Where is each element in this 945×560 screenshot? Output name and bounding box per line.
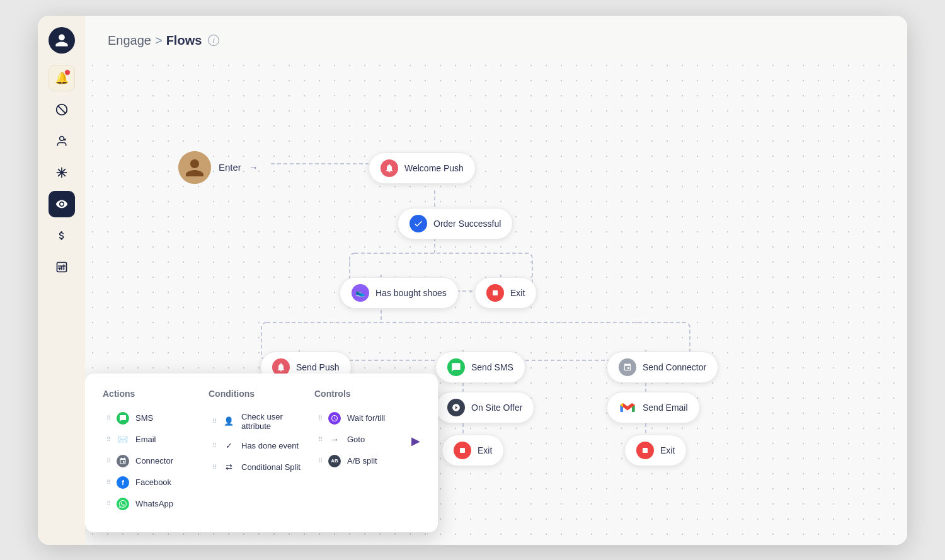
send-email-icon <box>619 399 636 416</box>
email-icon: ✉️ <box>117 433 129 446</box>
exit2-label: Exit <box>478 445 492 455</box>
dropdown-columns: Actions ⠿ SMS ⠿ ✉️ Email <box>103 389 420 515</box>
app-container: 🔔 Engage > Flows i <box>38 16 907 545</box>
shoes-icon: 👟 <box>352 284 369 302</box>
send-email-label: Send Email <box>643 403 688 413</box>
sidebar-engage[interactable] <box>49 191 75 217</box>
svg-rect-10 <box>61 266 62 270</box>
welcome-push-label: Welcome Push <box>404 163 464 173</box>
whatsapp-icon <box>117 498 129 510</box>
dropdown-panel: Actions ⠿ SMS ⠿ ✉️ Email <box>85 374 438 532</box>
svg-rect-30 <box>643 448 648 453</box>
drag-handle: ⠿ <box>318 437 322 443</box>
drag-handle: ⠿ <box>212 443 216 449</box>
enter-node[interactable]: Enter → <box>178 151 258 184</box>
send-sms-label: Send SMS <box>471 362 513 372</box>
has-bought-shoes-label: Has bought shoes <box>375 288 447 298</box>
arrow-cursor: ▶ <box>411 434 420 448</box>
action-whatsapp[interactable]: ⠿ WhatsApp <box>103 493 209 515</box>
exit2-icon <box>454 442 471 459</box>
drag-handle: ⠿ <box>106 458 110 464</box>
action-facebook-label: Facebook <box>135 477 171 487</box>
actions-title: Actions <box>103 389 209 399</box>
has-bought-shoes-node[interactable]: 👟 Has bought shoes <box>340 277 459 309</box>
svg-rect-28 <box>493 290 498 295</box>
exit3-node[interactable]: Exit <box>624 435 687 466</box>
action-connector[interactable]: ⠿ Connector <box>103 450 209 472</box>
exit1-node[interactable]: Exit <box>474 277 537 309</box>
on-site-offer-node[interactable]: On Site Offer <box>435 392 534 423</box>
info-icon[interactable]: i <box>208 35 219 46</box>
drag-handle: ⠿ <box>106 415 110 421</box>
control-goto[interactable]: ⠿ → Goto <box>314 429 420 450</box>
sidebar-revenue[interactable] <box>49 222 75 249</box>
svg-line-1 <box>58 106 66 113</box>
avatar[interactable] <box>49 27 75 54</box>
drag-handle: ⠿ <box>106 479 110 486</box>
goto-label: Goto <box>347 435 365 444</box>
sidebar-analytics[interactable] <box>49 254 75 280</box>
action-sms-label: SMS <box>135 413 153 423</box>
sidebar: 🔔 <box>38 16 85 545</box>
drag-handle: ⠿ <box>106 501 110 507</box>
exit3-icon <box>636 442 654 459</box>
conditions-title: Conditions <box>209 389 314 399</box>
exit1-label: Exit <box>510 288 525 298</box>
conditional-split-icon: ⇄ <box>222 461 235 474</box>
conditions-column: Conditions ⠿ 👤 Check user attribute ⠿ ✓ … <box>209 389 314 515</box>
action-whatsapp-label: WhatsApp <box>135 499 173 508</box>
control-ab-split[interactable]: ⠿ AB A/B split <box>314 450 420 472</box>
send-email-node[interactable]: Send Email <box>607 392 700 423</box>
action-facebook[interactable]: ⠿ f Facebook <box>103 472 209 493</box>
flow-canvas: Enter → Welcome Push Order Successful <box>85 58 907 545</box>
order-successful-node[interactable]: Order Successful <box>398 208 513 239</box>
main-header: Engage > Flows i <box>85 16 907 58</box>
condition-check-user[interactable]: ⠿ 👤 Check user attribute <box>209 408 314 435</box>
has-done-event-icon: ✓ <box>222 440 235 452</box>
facebook-icon: f <box>117 476 129 489</box>
welcome-push-node[interactable]: Welcome Push <box>369 152 476 184</box>
ab-split-icon: AB <box>328 455 341 467</box>
drag-handle: ⠿ <box>212 418 216 425</box>
svg-rect-9 <box>59 267 60 270</box>
drag-handle: ⠿ <box>318 415 322 421</box>
enter-avatar <box>178 151 211 184</box>
action-email[interactable]: ⠿ ✉️ Email <box>103 429 209 450</box>
send-sms-icon <box>447 358 465 376</box>
sidebar-snowflake[interactable] <box>49 159 75 186</box>
breadcrumb: Engage > Flows i <box>108 33 885 48</box>
breadcrumb-arrow: > <box>155 33 163 48</box>
actions-column: Actions ⠿ SMS ⠿ ✉️ Email <box>103 389 209 515</box>
control-wait[interactable]: ⠿ Wait for/till ▶ <box>314 408 420 429</box>
sidebar-notifications[interactable]: 🔔 <box>49 65 75 91</box>
sidebar-user[interactable] <box>49 128 75 154</box>
drag-handle: ⠿ <box>318 458 322 464</box>
check-user-label: Check user attribute <box>241 412 311 431</box>
svg-point-3 <box>64 138 66 140</box>
action-sms[interactable]: ⠿ SMS <box>103 408 209 429</box>
wait-icon <box>328 412 341 425</box>
drag-handle: ⠿ <box>106 437 110 443</box>
on-site-offer-icon <box>447 399 465 416</box>
ab-split-label: A/B split <box>347 456 377 466</box>
condition-has-done-event[interactable]: ⠿ ✓ Has done event <box>209 435 314 457</box>
exit2-node[interactable]: Exit <box>442 435 504 466</box>
conditional-split-label: Conditional Split <box>241 462 301 472</box>
condition-conditional-split[interactable]: ⠿ ⇄ Conditional Split <box>209 457 314 478</box>
controls-column: Controls ⠿ Wait for/till ▶ ⠿ <box>314 389 420 515</box>
send-connector-label: Send Connector <box>643 362 706 372</box>
order-icon <box>410 215 427 232</box>
has-done-event-label: Has done event <box>241 441 299 450</box>
action-email-label: Email <box>135 435 156 444</box>
notification-badge <box>64 69 71 76</box>
send-connector-icon <box>619 358 636 376</box>
drag-handle: ⠿ <box>212 464 216 471</box>
sidebar-ban[interactable] <box>49 96 75 123</box>
send-sms-node[interactable]: Send SMS <box>435 351 525 383</box>
controls-title: Controls <box>314 389 420 399</box>
wait-label: Wait for/till <box>347 413 385 423</box>
sms-icon <box>117 412 129 425</box>
exit3-label: Exit <box>660 445 675 455</box>
svg-rect-29 <box>460 448 465 453</box>
send-connector-node[interactable]: Send Connector <box>607 351 718 383</box>
